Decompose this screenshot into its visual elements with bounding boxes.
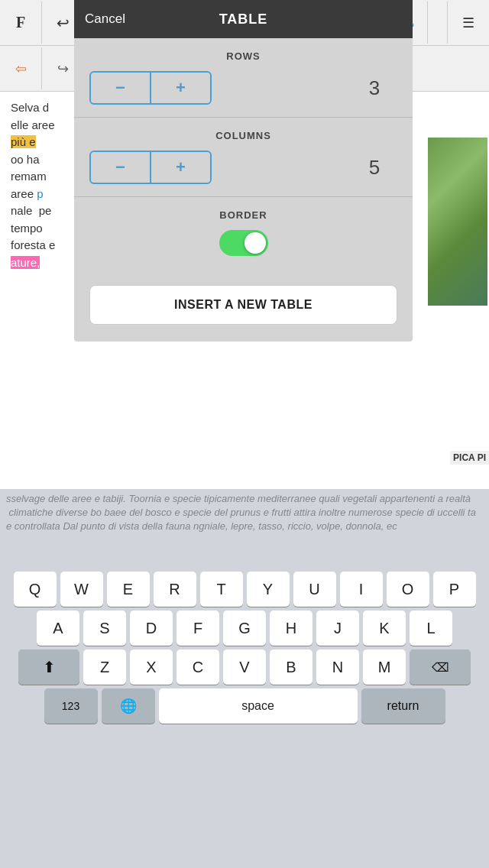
doc-line-5: remam: [11, 170, 47, 183]
key-o[interactable]: O: [387, 572, 429, 607]
doc-line-6b: p: [37, 187, 43, 200]
right-panel: [428, 92, 489, 306]
keys-area: Q W E R T Y U I O P A S D F G H J K L ⬆ …: [0, 572, 489, 868]
shift-button[interactable]: ⬆: [18, 649, 79, 685]
keyboard-background-text: sselvage delle aree e tabiji. Toornia e …: [0, 489, 489, 573]
modal-title: TABLE: [219, 11, 268, 28]
toggle-knob: [244, 232, 266, 254]
columns-decrement-button[interactable]: −: [91, 152, 150, 183]
space-button[interactable]: space: [159, 688, 358, 724]
key-j[interactable]: J: [316, 611, 359, 646]
border-toggle-row: [89, 230, 397, 256]
columns-value: 5: [351, 156, 397, 180]
menu-button[interactable]: ☰: [447, 2, 489, 44]
key-s[interactable]: S: [83, 611, 126, 646]
columns-stepper-row: − + 5: [89, 151, 397, 184]
key-b[interactable]: B: [270, 649, 313, 685]
doc-line-10: ature,: [11, 256, 40, 269]
delete-button[interactable]: ⌫: [410, 649, 471, 685]
key-row-4: 123 🌐 space return: [0, 688, 489, 724]
rows-decrement-button[interactable]: −: [91, 73, 150, 103]
key-x[interactable]: X: [130, 649, 173, 685]
rows-increment-button[interactable]: +: [151, 73, 210, 103]
key-c[interactable]: C: [176, 649, 219, 685]
key-q[interactable]: Q: [14, 572, 57, 607]
menu-icon: ☰: [462, 15, 474, 31]
pica-label: PICA PI: [450, 451, 489, 465]
border-section: BORDER: [74, 197, 413, 271]
key-v[interactable]: V: [223, 649, 266, 685]
doc-line-3: più e: [11, 135, 36, 148]
key-z[interactable]: Z: [83, 649, 126, 685]
redo-icon: ↪: [57, 60, 69, 77]
doc-line-1: Selva d: [11, 101, 49, 114]
numbers-button[interactable]: 123: [44, 688, 98, 724]
back-button[interactable]: ⇦: [0, 47, 42, 89]
key-r[interactable]: R: [154, 572, 196, 607]
cancel-button[interactable]: Cancel: [85, 11, 125, 27]
rows-section: ROWS − + 3: [74, 38, 413, 118]
rows-label: ROWS: [89, 50, 397, 62]
doc-line-4: oo ha: [11, 153, 40, 166]
key-d[interactable]: D: [130, 611, 173, 646]
key-row-2: A S D F G H J K L: [0, 611, 489, 646]
key-u[interactable]: U: [293, 572, 336, 607]
key-row-3: ⬆ Z X C V B N M ⌫: [0, 649, 489, 685]
columns-increment-button[interactable]: +: [151, 152, 210, 183]
key-a[interactable]: A: [37, 611, 79, 646]
return-button[interactable]: return: [361, 688, 445, 724]
key-f[interactable]: F: [176, 611, 219, 646]
forest-image: [428, 138, 487, 306]
doc-line-9: foresta e: [11, 238, 55, 251]
key-i[interactable]: I: [340, 572, 383, 607]
key-e[interactable]: E: [107, 572, 150, 607]
key-w[interactable]: W: [60, 572, 103, 607]
doc-line-6: aree: [11, 187, 37, 200]
doc-line-7: nale pe: [11, 204, 51, 217]
key-row-1: Q W E R T Y U I O P: [0, 572, 489, 607]
globe-button[interactable]: 🌐: [102, 688, 155, 724]
doc-line-8: tempo: [11, 222, 43, 235]
key-g[interactable]: G: [223, 611, 266, 646]
columns-label: COLUMNS: [89, 130, 397, 141]
columns-section: COLUMNS − + 5: [74, 118, 413, 197]
doc-line-2: elle aree: [11, 118, 55, 131]
key-t[interactable]: T: [200, 572, 243, 607]
font-button[interactable]: F: [0, 2, 42, 44]
key-l[interactable]: L: [410, 611, 452, 646]
modal-header: Cancel TABLE: [74, 0, 413, 38]
rows-value: 3: [351, 76, 397, 100]
key-k[interactable]: K: [363, 611, 406, 646]
key-y[interactable]: Y: [247, 572, 290, 607]
rows-stepper-row: − + 3: [89, 71, 397, 105]
undo-icon: ↩: [57, 14, 70, 32]
columns-stepper: − +: [89, 151, 212, 184]
key-h[interactable]: H: [270, 611, 313, 646]
insert-table-button[interactable]: INSERT A NEW TABLE: [89, 285, 397, 325]
key-p[interactable]: P: [433, 572, 476, 607]
key-n[interactable]: N: [316, 649, 359, 685]
insert-section: INSERT A NEW TABLE: [74, 271, 413, 342]
font-icon: F: [16, 14, 25, 31]
table-modal: Cancel TABLE ROWS − + 3 COLUMNS − + 5 BO…: [74, 0, 413, 342]
border-toggle[interactable]: [219, 230, 268, 256]
keyboard: sselvage delle aree e tabiji. Toornia e …: [0, 489, 489, 868]
border-label: BORDER: [89, 209, 397, 221]
back-icon: ⇦: [15, 60, 27, 77]
key-m[interactable]: M: [363, 649, 406, 685]
rows-stepper: − +: [89, 71, 212, 105]
